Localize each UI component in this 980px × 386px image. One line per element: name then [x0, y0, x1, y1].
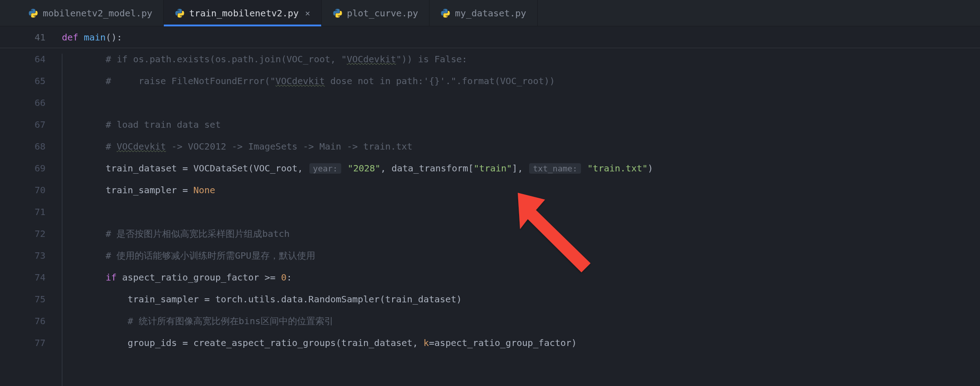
tab-train-mobilenetv2[interactable]: train_mobilenetv2.py ✕: [164, 0, 322, 26]
line-gutter: 41 64 65 66 67 68 69 70 71 72 73 74 75 7…: [0, 26, 58, 386]
close-icon[interactable]: ✕: [305, 8, 310, 18]
line-number: 68: [0, 135, 58, 157]
code-line[interactable]: # VOCdevkit -> VOC2012 -> ImageSets -> M…: [58, 135, 980, 157]
code-line[interactable]: [58, 92, 980, 114]
line-number: 75: [0, 288, 58, 310]
inlay-hint-year: year:: [309, 163, 341, 174]
line-number: 72: [0, 223, 58, 245]
line-number: 74: [0, 266, 58, 288]
tab-plot-curve[interactable]: plot_curve.py: [322, 0, 430, 26]
tab-label: plot_curve.py: [347, 8, 419, 19]
sticky-line-number: 41: [0, 26, 58, 48]
code-line[interactable]: train_dataset = VOCDataSet(VOC_root, yea…: [58, 157, 980, 179]
tab-label: train_mobilenetv2.py: [189, 8, 299, 19]
line-number: 66: [0, 92, 58, 114]
code-area[interactable]: def main(): # if os.path.exists(os.path.…: [58, 26, 980, 386]
line-number: 67: [0, 114, 58, 135]
code-line[interactable]: # 使用的话能够减小训练时所需GPU显存，默认使用: [58, 245, 980, 266]
line-number: 76: [0, 310, 58, 332]
line-number: 65: [0, 70, 58, 92]
python-icon: [333, 8, 343, 18]
inlay-hint-txtname: txt_name:: [529, 163, 581, 174]
python-icon: [440, 8, 450, 18]
indent-guide: [62, 54, 62, 386]
code-line[interactable]: if aspect_ratio_group_factor >= 0:: [58, 266, 980, 288]
line-number: 77: [0, 332, 58, 354]
line-number: 71: [0, 201, 58, 223]
tab-label: my_dataset.py: [455, 8, 526, 19]
line-number: 69: [0, 157, 58, 179]
tab-label: mobilenetv2_model.py: [43, 8, 152, 19]
code-line[interactable]: # raise FileNotFoundError("VOCdevkit dos…: [58, 70, 980, 92]
python-icon: [28, 8, 38, 18]
code-line[interactable]: # 统计所有图像高宽比例在bins区间中的位置索引: [58, 310, 980, 332]
python-icon: [175, 8, 185, 18]
code-line[interactable]: train_sampler = None: [58, 179, 980, 201]
code-line[interactable]: train_sampler = torch.utils.data.RandomS…: [58, 288, 980, 310]
tab-my-dataset[interactable]: my_dataset.py: [429, 0, 538, 26]
line-number: 70: [0, 179, 58, 201]
sticky-header[interactable]: def main():: [58, 26, 980, 48]
line-number: 64: [0, 48, 58, 70]
tab-bar: mobilenetv2_model.py train_mobilenetv2.p…: [0, 0, 980, 26]
code-line[interactable]: [58, 201, 980, 223]
code-line[interactable]: group_ids = create_aspect_ratio_groups(t…: [58, 332, 980, 354]
code-line[interactable]: # if os.path.exists(os.path.join(VOC_roo…: [58, 48, 980, 70]
code-line[interactable]: # 是否按图片相似高宽比采样图片组成batch: [58, 223, 980, 245]
line-number: 73: [0, 245, 58, 266]
code-editor[interactable]: 41 64 65 66 67 68 69 70 71 72 73 74 75 7…: [0, 26, 980, 386]
tab-mobilenetv2-model[interactable]: mobilenetv2_model.py: [17, 0, 164, 26]
code-line[interactable]: # load train data set: [58, 114, 980, 135]
